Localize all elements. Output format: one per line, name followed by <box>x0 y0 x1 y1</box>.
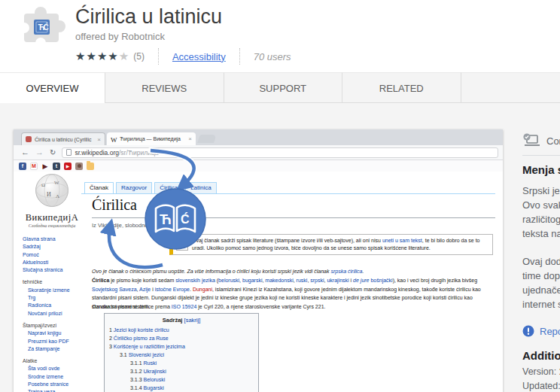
url-path: /sr/Ћирилица <box>119 149 159 156</box>
sidebar-heading: Menja sr <box>522 163 560 176</box>
play-icon: ▶ <box>41 163 49 170</box>
wiki-nav: Glavna strana Sadržaj Pomoć Aktuelnosti … <box>18 236 86 392</box>
toc-item: 3.1.1 Ruski <box>109 359 254 367</box>
divider <box>92 217 495 218</box>
reload-icon: ↻ <box>50 149 56 156</box>
wiki-nav-link: Pomoć <box>23 251 86 259</box>
store-tabbar: OVERVIEW REVIEWS SUPPORT RELATED <box>0 72 560 103</box>
wiki-nav-link: Slučajna stranica <box>23 266 86 274</box>
tab-overview[interactable]: OVERVIEW <box>0 72 105 104</box>
close-icon: × <box>94 136 101 143</box>
wiki-nav-link: Trajna veza <box>23 388 86 392</box>
divider <box>239 48 240 65</box>
wiki-nav-link: Preuzmi kao PDF <box>23 338 86 345</box>
wiki-nav-link: Glavna strana <box>23 236 86 243</box>
compatible-label: Com <box>546 135 560 147</box>
wiki-tab-razgovor: Razgovor <box>116 182 152 193</box>
additional-info-details: Version: 1 Updated: Size: 14.7 Language <box>522 365 560 392</box>
tumblr-icon: t <box>53 163 60 170</box>
offered-by: offered by Robotnick <box>75 31 222 42</box>
wiki-tab-clanak: Članak <box>84 182 114 193</box>
wiki-paragraph: Oznaka savremene ćirilice prema ISO 1592… <box>92 304 495 309</box>
toc-item: 3.1.3 Beloruski <box>109 375 254 384</box>
browser-tab-wikipedia: W Ћирилица — Википедија × <box>107 132 196 145</box>
report-abuse-link[interactable]: Repo <box>522 325 560 337</box>
tab-support[interactable]: SUPPORT <box>224 72 343 103</box>
wiki-nav-link: Trg <box>23 294 86 302</box>
wiki-nav-link: Šta vodi ovde <box>23 365 86 372</box>
page-icon <box>66 149 72 156</box>
laptop-check-icon <box>522 133 540 148</box>
toc-item: 1 Jezici koji koriste ćirilicu <box>109 326 254 334</box>
category-link[interactable]: Accessibility <box>172 51 226 62</box>
wiki-tab-cirilica: Ćirilica <box>154 182 183 193</box>
wiki-nav-link: Posebne stranice <box>23 381 86 388</box>
tab-reviews[interactable]: REVIEWS <box>105 72 224 103</box>
address-bar: sr.wikipedia.org /sr/Ћирилица <box>62 147 498 158</box>
wiki-nav-link: Novčani prilozi <box>23 310 86 318</box>
question-icon: ? <box>176 239 188 251</box>
wiki-toc: Sadržaj [sakrij] 1 Jezici koji koriste ć… <box>104 313 259 392</box>
wiki-article-title: Ćirilica <box>92 196 137 214</box>
new-tab-button <box>197 135 217 143</box>
svg-text:Λ: Λ <box>56 193 59 199</box>
bookmarks-bar: f M ▶ t ▶ <box>14 160 503 172</box>
wiki-nav-link: Napravi knjigu <box>23 330 86 337</box>
divider <box>158 48 159 65</box>
tab-related[interactable]: RELATED <box>342 72 461 103</box>
gmail-icon: M <box>30 163 38 170</box>
facebook-icon: f <box>19 163 26 170</box>
store-sidebar: Com Menja sr Srpski jezi Ovo svaka razli… <box>522 128 560 392</box>
divider <box>81 193 495 194</box>
toc-item: 3.1.2 Ukrajinski <box>109 367 254 375</box>
browser-tab-extension: Ćirilica u latinicu (Cyrillic × <box>21 132 105 145</box>
wikipedia-globe-logo: Ω W И Λ <box>35 173 69 208</box>
camera-icon <box>75 163 83 170</box>
wiki-notice-text: Ovaj članak sadrži spisak literature (št… <box>192 237 489 252</box>
wikipedia-favicon: W <box>111 136 117 142</box>
page-title: Ćirilica u latinicu <box>75 5 222 29</box>
svg-text:Ω: Ω <box>41 182 45 188</box>
wiki-site-subtitle: Iz Vikipedije, slobodne enciklopedije <box>92 222 182 229</box>
url-host: sr.wikipedia.org <box>75 149 119 156</box>
users-count: 70 users <box>254 51 291 62</box>
compatible-row: Com <box>522 128 560 153</box>
version-row: Version: 1 <box>522 365 560 379</box>
youtube-icon: ▶ <box>64 163 72 170</box>
wiki-article-tabs: Članak Razgovor Ćirilica Latinica <box>84 182 217 193</box>
wiki-tab-latinica: Latinica <box>185 182 217 193</box>
folder-icon <box>87 163 94 170</box>
wiki-nav-link: Radionica <box>23 302 86 309</box>
rating-count: (5) <box>133 51 145 62</box>
divider <box>522 155 560 156</box>
toc-item: 3.1 Slovenski jezici <box>109 351 254 359</box>
toc-title: Sadržaj <box>163 317 183 324</box>
store-header: Ћ Ć Ćirilica u latinicu offered by Robot… <box>0 0 560 72</box>
browser-toolbar: ← → ↻ sr.wikipedia.org /sr/Ћирилица <box>14 145 503 160</box>
forward-icon: → <box>35 148 44 156</box>
extension-puzzle-icon: Ћ Ć <box>18 3 66 47</box>
screenshot-card[interactable]: Ćirilica u latinicu (Cyrillic × W Ћирили… <box>14 129 503 392</box>
wiki-nav-link: Aktuelnosti <box>23 259 86 266</box>
browser-tabstrip: Ćirilica u latinicu (Cyrillic × W Ћирили… <box>14 129 503 145</box>
wiki-sidebar: Ω W И Λ ВикипедијА Слободна енциклопедиј… <box>18 173 86 392</box>
wiki-nav-section: Alatke <box>23 357 86 365</box>
additional-info-heading: Addition <box>522 349 560 362</box>
toc-item: 2 Ćiriličko pismo za Ruse <box>109 334 254 342</box>
toc-item: 3 Korišćenje u različitim jezicima <box>109 342 254 351</box>
toc-hide-link: [sakrij] <box>184 317 201 324</box>
svg-text:W: W <box>54 180 59 186</box>
wiki-nav-section: tehničke <box>23 278 86 286</box>
close-icon: × <box>185 135 192 142</box>
wiki-nav-section: Štampaj/izvezi <box>23 322 86 330</box>
wikipedia-page: Ω W И Λ ВикипедијА Слободна енциклопедиј… <box>14 172 503 392</box>
wiki-wordmark: ВикипедијА <box>18 212 86 223</box>
wiki-nav-link: Sadržaj <box>23 243 86 251</box>
wiki-tagline: Слободна енциклопедија <box>18 223 86 228</box>
wiki-notice-box: ? Ovaj članak sadrži spisak literature (… <box>169 234 493 255</box>
report-icon <box>522 325 534 337</box>
wiki-hatnote: Ovo je članak o ćiriličkom pismu uopšte.… <box>92 269 495 274</box>
wiki-nav-link: Skorašnje izmene <box>23 287 86 294</box>
description-paragraph: Srpski jezi Ovo svaka različitog j tekst… <box>522 184 560 241</box>
back-icon: ← <box>21 148 29 156</box>
